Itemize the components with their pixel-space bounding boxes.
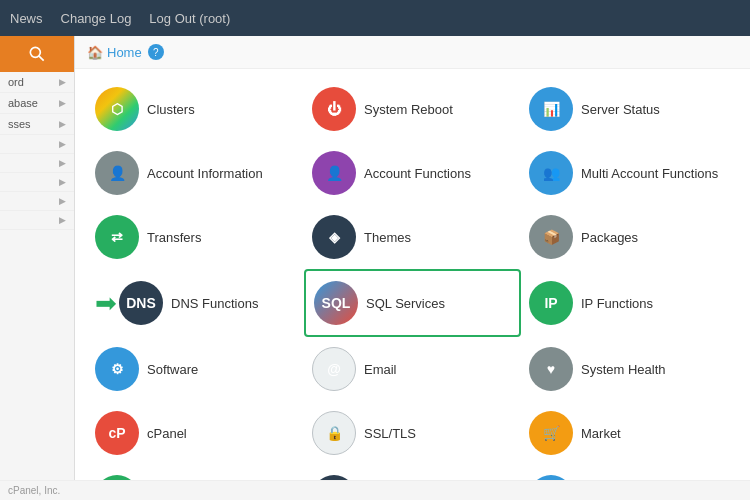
grid-item-account-functions[interactable]: 👤Account Functions bbox=[304, 141, 521, 205]
market-icon: 🛒 bbox=[529, 411, 573, 455]
cpanel-label: cPanel bbox=[147, 426, 187, 441]
server-status-label: Server Status bbox=[581, 102, 660, 117]
sidebar-item-7[interactable]: ▶ bbox=[0, 211, 74, 230]
grid-item-clusters[interactable]: ⬡Clusters bbox=[87, 77, 304, 141]
system-health-icon: ♥ bbox=[529, 347, 573, 391]
content-area: 🏠 Home ? ⬡Clusters⏻System Reboot📊Server … bbox=[75, 36, 750, 480]
chevron-icon-5: ▶ bbox=[59, 177, 66, 187]
grid-item-account-information[interactable]: 👤Account Information bbox=[87, 141, 304, 205]
icon-grid: ⬡Clusters⏻System Reboot📊Server Status👤Ac… bbox=[75, 69, 750, 480]
sidebar-item-label-2: sses bbox=[8, 118, 31, 130]
transfers-label: Transfers bbox=[147, 230, 201, 245]
transfers-icon: ⇄ bbox=[95, 215, 139, 259]
sidebar-item-6[interactable]: ▶ bbox=[0, 192, 74, 211]
grid-item-packages[interactable]: 📦Packages bbox=[521, 205, 738, 269]
email-icon: @ bbox=[312, 347, 356, 391]
ssl-tls-label: SSL/TLS bbox=[364, 426, 416, 441]
search-button[interactable] bbox=[0, 36, 74, 72]
sidebar-item-0[interactable]: ord ▶ bbox=[0, 72, 74, 93]
grid-item-plugins[interactable]: 🔩Plugins bbox=[521, 465, 738, 480]
grid-item-software[interactable]: ⚙Software bbox=[87, 337, 304, 401]
software-icon: ⚙ bbox=[95, 347, 139, 391]
account-information-label: Account Information bbox=[147, 166, 263, 181]
sidebar: ord ▶ abase ▶ sses ▶ ▶ ▶ ▶ bbox=[0, 36, 75, 480]
grid-item-system-health[interactable]: ♥System Health bbox=[521, 337, 738, 401]
grid-item-dns-functions[interactable]: ➡DNSDNS Functions bbox=[87, 269, 304, 337]
grid-item-ip-functions[interactable]: IPIP Functions bbox=[521, 269, 738, 337]
search-icon bbox=[27, 44, 47, 64]
multi-account-functions-icon: 👥 bbox=[529, 151, 573, 195]
grid-item-restart-services[interactable]: ↺Restart Services bbox=[87, 465, 304, 480]
grid-item-market[interactable]: 🛒Market bbox=[521, 401, 738, 465]
sidebar-scrollable: ord ▶ abase ▶ sses ▶ ▶ ▶ ▶ bbox=[0, 72, 74, 480]
system-reboot-icon: ⏻ bbox=[312, 87, 356, 131]
footer-label: cPanel, Inc. bbox=[8, 485, 60, 496]
clusters-label: Clusters bbox=[147, 102, 195, 117]
email-label: Email bbox=[364, 362, 397, 377]
restart-services-icon: ↺ bbox=[95, 475, 139, 480]
account-functions-icon: 👤 bbox=[312, 151, 356, 195]
dns-functions-icon: DNS bbox=[119, 281, 163, 325]
sql-services-icon: SQL bbox=[314, 281, 358, 325]
arrow-icon: ➡ bbox=[95, 288, 117, 319]
packages-label: Packages bbox=[581, 230, 638, 245]
grid-item-system-reboot[interactable]: ⏻System Reboot bbox=[304, 77, 521, 141]
footer: cPanel, Inc. bbox=[0, 480, 750, 500]
multi-account-functions-label: Multi Account Functions bbox=[581, 166, 718, 181]
nav-news[interactable]: News bbox=[10, 11, 43, 26]
sidebar-item-1[interactable]: abase ▶ bbox=[0, 93, 74, 114]
market-label: Market bbox=[581, 426, 621, 441]
chevron-icon-0: ▶ bbox=[59, 77, 66, 87]
development-icon: 🔧 bbox=[312, 475, 356, 480]
sidebar-item-5[interactable]: ▶ bbox=[0, 173, 74, 192]
grid-item-themes[interactable]: ◈Themes bbox=[304, 205, 521, 269]
account-information-icon: 👤 bbox=[95, 151, 139, 195]
sidebar-item-3[interactable]: ▶ bbox=[0, 135, 74, 154]
grid-item-transfers[interactable]: ⇄Transfers bbox=[87, 205, 304, 269]
server-status-icon: 📊 bbox=[529, 87, 573, 131]
clusters-icon: ⬡ bbox=[95, 87, 139, 131]
themes-icon: ◈ bbox=[312, 215, 356, 259]
system-reboot-label: System Reboot bbox=[364, 102, 453, 117]
chevron-icon-3: ▶ bbox=[59, 139, 66, 149]
chevron-icon-6: ▶ bbox=[59, 196, 66, 206]
ssl-tls-icon: 🔒 bbox=[312, 411, 356, 455]
chevron-icon-2: ▶ bbox=[59, 119, 66, 129]
svg-point-0 bbox=[30, 47, 40, 57]
grid-item-sql-services[interactable]: SQLSQL Services bbox=[304, 269, 521, 337]
ip-functions-label: IP Functions bbox=[581, 296, 653, 311]
breadcrumb: 🏠 Home ? bbox=[75, 36, 750, 69]
cpanel-icon: cP bbox=[95, 411, 139, 455]
ip-functions-icon: IP bbox=[529, 281, 573, 325]
help-icon[interactable]: ? bbox=[148, 44, 164, 60]
svg-line-1 bbox=[39, 56, 44, 61]
dns-functions-label: DNS Functions bbox=[171, 296, 258, 311]
grid-item-development[interactable]: 🔧Development bbox=[304, 465, 521, 480]
home-link[interactable]: Home bbox=[107, 45, 142, 60]
sidebar-item-label-0: ord bbox=[8, 76, 24, 88]
themes-label: Themes bbox=[364, 230, 411, 245]
top-nav: News Change Log Log Out (root) bbox=[0, 0, 750, 36]
main-layout: ord ▶ abase ▶ sses ▶ ▶ ▶ ▶ bbox=[0, 36, 750, 480]
sidebar-item-2[interactable]: sses ▶ bbox=[0, 114, 74, 135]
sidebar-item-4[interactable]: ▶ bbox=[0, 154, 74, 173]
packages-icon: 📦 bbox=[529, 215, 573, 259]
plugins-icon: 🔩 bbox=[529, 475, 573, 480]
account-functions-label: Account Functions bbox=[364, 166, 471, 181]
chevron-icon-7: ▶ bbox=[59, 215, 66, 225]
grid-item-server-status[interactable]: 📊Server Status bbox=[521, 77, 738, 141]
home-icon: 🏠 bbox=[87, 45, 103, 60]
sidebar-item-label-1: abase bbox=[8, 97, 38, 109]
chevron-icon-1: ▶ bbox=[59, 98, 66, 108]
nav-changelog[interactable]: Change Log bbox=[61, 11, 132, 26]
chevron-icon-4: ▶ bbox=[59, 158, 66, 168]
nav-logout[interactable]: Log Out (root) bbox=[149, 11, 230, 26]
software-label: Software bbox=[147, 362, 198, 377]
system-health-label: System Health bbox=[581, 362, 666, 377]
grid-item-cpanel[interactable]: cPcPanel bbox=[87, 401, 304, 465]
grid-item-email[interactable]: @Email bbox=[304, 337, 521, 401]
grid-item-multi-account-functions[interactable]: 👥Multi Account Functions bbox=[521, 141, 738, 205]
sql-services-label: SQL Services bbox=[366, 296, 445, 311]
grid-item-ssl-tls[interactable]: 🔒SSL/TLS bbox=[304, 401, 521, 465]
